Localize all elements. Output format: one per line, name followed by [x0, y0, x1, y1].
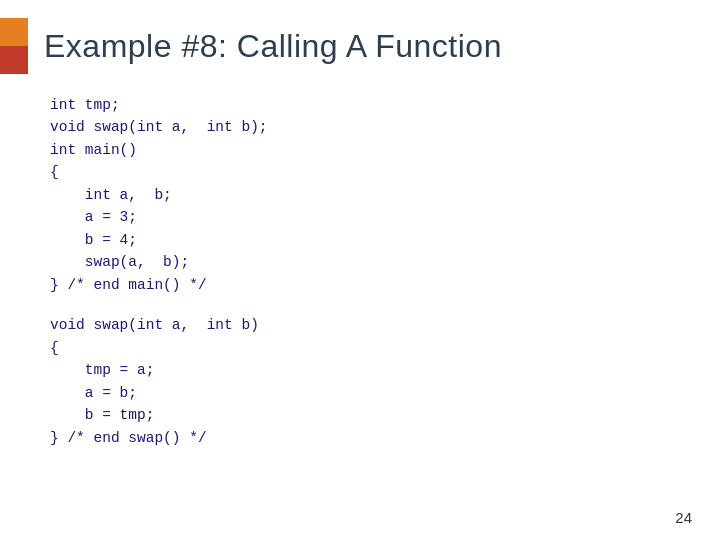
slide-title: Example #8: Calling A Function [44, 28, 502, 65]
accent-square-top [0, 18, 28, 46]
slide: Example #8: Calling A Function int tmp; … [0, 0, 720, 540]
page-number: 24 [675, 509, 692, 526]
accent-decoration [0, 18, 28, 74]
slide-header: Example #8: Calling A Function [0, 0, 720, 84]
slide-content: int tmp; void swap(int a, int b); int ma… [0, 94, 720, 449]
code-block-2: void swap(int a, int b) { tmp = a; a = b… [50, 314, 670, 449]
code-block-1: int tmp; void swap(int a, int b); int ma… [50, 94, 670, 296]
accent-square-bottom [0, 46, 28, 74]
